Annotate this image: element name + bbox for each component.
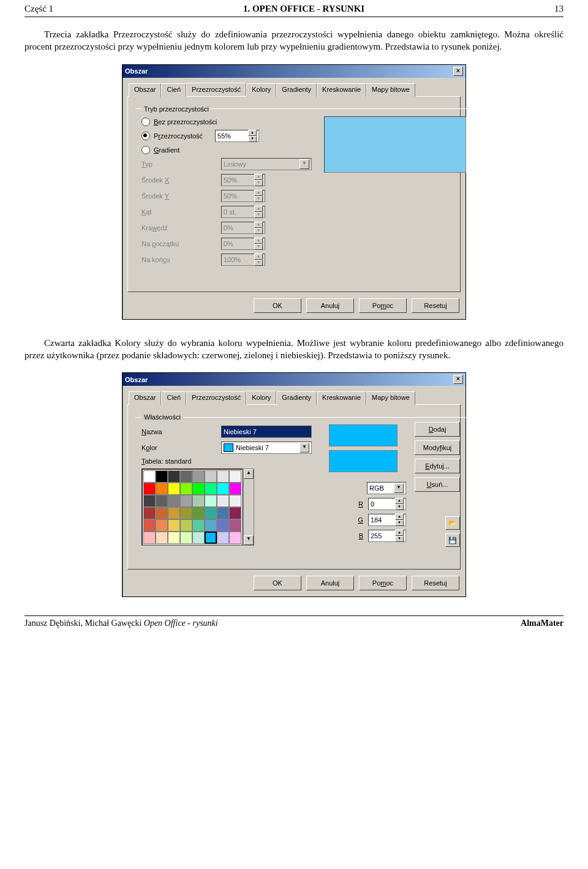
palette-swatch[interactable] <box>180 470 192 483</box>
palette-swatch[interactable] <box>205 519 217 532</box>
palette-swatch[interactable] <box>168 532 180 544</box>
palette-swatch[interactable] <box>205 532 217 544</box>
palette-swatch[interactable] <box>217 519 229 532</box>
tab-cien[interactable]: Cień <box>161 391 186 405</box>
tab-gradienty[interactable]: Gradienty <box>276 83 317 97</box>
palette-swatch[interactable] <box>217 507 229 519</box>
tab-cien[interactable]: Cień <box>161 83 186 97</box>
ok-button[interactable]: OK <box>254 576 301 590</box>
tab-kolory[interactable]: Kolory <box>246 83 276 97</box>
palette-swatch[interactable] <box>192 507 205 519</box>
palette-swatch[interactable] <box>143 495 156 507</box>
palette-swatch[interactable] <box>229 470 241 483</box>
help-button[interactable]: Pomoc <box>359 298 407 313</box>
trans-value-spin[interactable]: 55% ▲▼ <box>215 130 259 142</box>
palette-swatch[interactable] <box>143 507 156 519</box>
palette-swatch[interactable] <box>229 532 241 544</box>
radio-row-grad[interactable]: Gradient <box>141 146 313 154</box>
palette-scrollbar[interactable]: ▲▼ <box>243 468 254 546</box>
palette-swatch[interactable] <box>205 483 217 495</box>
cancel-button[interactable]: Anuluj <box>306 576 354 590</box>
palette-swatch[interactable] <box>180 532 192 544</box>
spin-g[interactable]: 184▲▼ <box>368 514 406 526</box>
reset-button[interactable]: Resetuj <box>412 576 459 590</box>
ok-button[interactable]: OK <box>254 298 301 313</box>
palette-swatch[interactable] <box>156 483 168 495</box>
spin-down-icon[interactable]: ▼ <box>248 136 257 142</box>
scroll-up-icon[interactable]: ▲ <box>244 469 254 479</box>
spin-up-icon[interactable]: ▲ <box>248 130 257 136</box>
palette-swatch[interactable] <box>156 495 168 507</box>
palette-swatch[interactable] <box>168 483 180 495</box>
radio-row-none[interactable]: Bez przezroczystości <box>141 118 313 126</box>
palette-swatch[interactable] <box>156 532 168 544</box>
tab-przezroczystosc[interactable]: Przezroczystość <box>186 83 246 96</box>
tab-kreskowanie[interactable]: Kreskowanie <box>317 83 366 97</box>
palette-swatch[interactable] <box>143 519 156 532</box>
delete-button[interactable]: Usuń... <box>415 477 460 492</box>
chevron-down-icon[interactable]: ▼ <box>300 443 309 453</box>
close-icon[interactable]: × <box>453 375 463 384</box>
palette-swatch[interactable] <box>180 483 192 495</box>
palette-swatch[interactable] <box>217 483 229 495</box>
radio-gradient[interactable] <box>141 146 150 154</box>
radio-trans[interactable] <box>141 132 150 140</box>
palette-swatch[interactable] <box>192 495 205 507</box>
palette-swatch[interactable] <box>192 532 205 544</box>
tab-kolory[interactable]: Kolory <box>246 391 276 404</box>
palette-swatch[interactable] <box>192 470 205 483</box>
close-icon[interactable]: × <box>453 67 463 76</box>
palette-swatch[interactable] <box>143 532 156 544</box>
tab-kreskowanie[interactable]: Kreskowanie <box>317 391 366 405</box>
tab-mapy-bitowe[interactable]: Mapy bitowe <box>366 83 415 97</box>
palette-swatch[interactable] <box>143 470 156 483</box>
tab-mapy-bitowe[interactable]: Mapy bitowe <box>366 391 415 405</box>
help-button[interactable]: Pomoc <box>359 576 407 590</box>
radio-none[interactable] <box>141 118 150 126</box>
palette-swatch[interactable] <box>180 519 192 532</box>
tab-gradienty[interactable]: Gradienty <box>276 391 317 405</box>
palette-swatch[interactable] <box>180 495 192 507</box>
palette-swatch[interactable] <box>156 470 168 483</box>
palette-swatch[interactable] <box>229 507 241 519</box>
cancel-button[interactable]: Anuluj <box>306 298 354 313</box>
palette-swatch[interactable] <box>217 495 229 507</box>
palette-swatch[interactable] <box>192 519 205 532</box>
spin-r[interactable]: 0▲▼ <box>368 498 406 510</box>
palette-swatch[interactable] <box>205 495 217 507</box>
palette-swatch[interactable] <box>168 519 180 532</box>
palette-swatch[interactable] <box>192 483 205 495</box>
titlebar[interactable]: Obszar × <box>123 65 466 78</box>
color-palette[interactable] <box>141 468 243 546</box>
tab-obszar[interactable]: Obszar <box>129 83 161 97</box>
titlebar-2[interactable]: Obszar × <box>123 373 466 386</box>
tab-obszar[interactable]: Obszar <box>129 391 161 405</box>
palette-swatch[interactable] <box>156 507 168 519</box>
spin-b[interactable]: 255▲▼ <box>368 530 406 542</box>
combo-model[interactable]: RGB▼ <box>367 482 406 494</box>
palette-swatch[interactable] <box>205 507 217 519</box>
reset-button[interactable]: Resetuj <box>412 298 459 313</box>
tab-przezroczystosc[interactable]: Przezroczystość <box>186 391 246 405</box>
palette-swatch[interactable] <box>217 470 229 483</box>
palette-swatch[interactable] <box>229 483 241 495</box>
input-nazwa[interactable]: Niebieski 7 <box>221 426 312 438</box>
palette-swatch[interactable] <box>168 495 180 507</box>
palette-swatch[interactable] <box>217 532 229 544</box>
combo-kolor[interactable]: Niebieski 7 ▼ <box>221 442 312 454</box>
chevron-down-icon[interactable]: ▼ <box>394 483 404 493</box>
palette-swatch[interactable] <box>168 507 180 519</box>
palette-swatch[interactable] <box>168 470 180 483</box>
add-button[interactable]: Dodaj <box>415 422 460 437</box>
edit-button[interactable]: Edytuj... <box>415 459 460 473</box>
palette-swatch[interactable] <box>229 495 241 507</box>
palette-swatch[interactable] <box>156 519 168 532</box>
modify-button[interactable]: Modyfikuj <box>415 440 460 455</box>
palette-swatch[interactable] <box>180 507 192 519</box>
save-icon[interactable]: 💾 <box>445 533 460 547</box>
open-icon[interactable]: 📂 <box>445 516 460 530</box>
palette-swatch[interactable] <box>205 470 217 483</box>
palette-swatch[interactable] <box>143 483 156 495</box>
scroll-down-icon[interactable]: ▼ <box>244 535 254 545</box>
radio-row-trans[interactable]: Przezroczystość 55% ▲▼ <box>141 130 313 142</box>
